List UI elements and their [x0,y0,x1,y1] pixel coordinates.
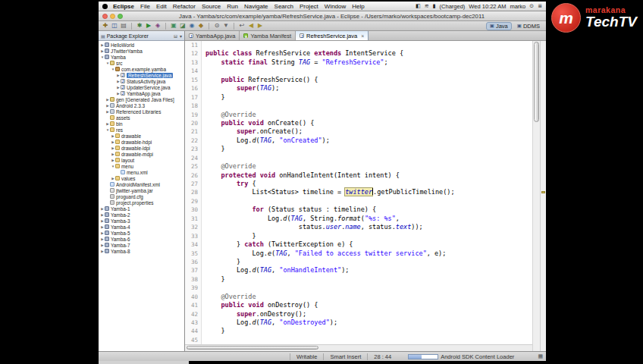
external-tools-icon[interactable]: ◈ [154,22,162,30]
menu-run[interactable]: Run [227,3,238,10]
tree-item-yamba-3[interactable]: ▶Yamba-3 [99,218,184,224]
tree-item-values[interactable]: ▶values [99,175,184,181]
tree-item-jtwitter-yamba-jar[interactable]: jtwitter-yamba.jar [99,187,184,193]
vertical-scrollbar[interactable] [532,41,540,351]
tree-item-referenced-libraries[interactable]: ▶Referenced Libraries [99,108,184,115]
tree-item-android-2-3-3[interactable]: ▶Android 2.3.3 [99,102,184,108]
notification-center-icon[interactable]: ≣ [538,3,542,9]
back-icon[interactable]: ◀ [247,22,255,30]
code-line-44[interactable]: 44 } [185,327,532,335]
minimize-window-button[interactable] [110,14,115,19]
save-icon[interactable]: ◫ [111,22,118,30]
tree-item-proguard-cfg[interactable]: proguard.cfg [99,193,184,199]
spotlight-icon[interactable]: ⊙ [529,3,534,9]
menubar-app-name[interactable]: Eclipse [113,3,134,10]
menu-window[interactable]: Window [325,3,346,10]
tree-item-yamba-2[interactable]: ▶Yamba-2 [99,212,184,218]
tree-item-statusactivity-java[interactable]: ▶JStatusActivity.java [99,78,184,84]
code-line-38[interactable]: 38 } [185,275,532,284]
tree-item-drawable[interactable]: ▶drawable [99,133,184,139]
new-wizard-icon[interactable]: ✚ [102,22,109,30]
new-class-icon[interactable]: ◉ [188,22,196,30]
perspective-ddms[interactable]: ▣DDMS [514,22,543,30]
menu-edit[interactable]: Edit [156,3,167,10]
battery-icon[interactable]: ▮ [433,3,436,9]
perspective-java[interactable]: ▣Java [486,22,512,30]
tree-item-bin[interactable]: ▶bin [99,121,184,127]
tree-item-assets[interactable]: assets [99,115,184,121]
zoom-window-button[interactable] [118,14,123,19]
tree-item-yamba-5[interactable]: ▶Yamba-5 [99,230,184,236]
annotations-icon[interactable]: ▼ [222,22,230,30]
code-line-11[interactable]: 11 [185,41,532,49]
tree-item-yamba-7[interactable]: ▶Yamba-7 [99,242,184,248]
print-icon[interactable]: ▤ [120,22,127,30]
code-line-42[interactable]: 42 super.onDestroy(); [185,310,532,318]
menu-file[interactable]: File [140,3,150,10]
code-line-20[interactable]: 20 public void onCreate() { [185,119,532,127]
tree-item-yamba-8[interactable]: ▶Yamba-8 [99,248,184,254]
code-line-27[interactable]: 27 try { [185,180,532,188]
window-titlebar[interactable]: Java - Yamba/src/com/example/yamba/Refre… [99,11,546,21]
tree-item-yamba-6[interactable]: ▶Yamba-6 [99,236,184,242]
code-line-18[interactable]: 18 [185,102,532,110]
code-line-34[interactable]: 34 } catch (TwitterException e) { [185,240,532,249]
tree-item-drawable-ldpi[interactable]: ▶drawable-ldpi [99,145,184,151]
menubar-user[interactable]: marko [510,3,525,10]
run-icon[interactable]: ▶ [145,22,152,30]
code-line-12[interactable]: 12public class RefreshService extends In… [185,49,532,58]
code-line-36[interactable]: 36 } [185,258,532,266]
tab-yambaapp-java[interactable]: JYambaApp.java [185,31,240,40]
code-line-26[interactable]: 26 protected void onHandleIntent(Intent … [185,171,532,180]
menu-search[interactable]: Search [274,3,293,10]
tree-item-jtwitteryamba[interactable]: ▶JTwitterYamba [99,48,184,54]
code-editor[interactable]: 1112public class RefreshService extends … [185,41,532,344]
code-line-15[interactable]: 15 public RefreshService() { [185,76,532,84]
tree-item-refreshservice-java[interactable]: ▶JRefreshService.java [99,72,184,78]
code-line-35[interactable]: 35 Log.e(TAG, "Failed to access twitter … [185,249,532,258]
tree-item-yamba[interactable]: ▼Yamba [99,54,184,60]
code-line-32[interactable]: 32 status.user.name, status.text)); [185,223,532,231]
code-line-37[interactable]: 37 Log.d(TAG, "onHandleIntent"); [185,266,532,275]
code-line-19[interactable]: 19 @Override [185,111,532,119]
menu-source[interactable]: Source [202,3,221,10]
code-line-23[interactable]: 23 } [185,145,532,153]
forward-icon[interactable]: ▶ [256,22,264,30]
new-android-project-icon[interactable]: ▣ [170,22,177,30]
tree-item-drawable-hdpi[interactable]: ▶drawable-hdpi [99,139,184,145]
apple-menu-icon[interactable] [102,4,108,9]
display-icon[interactable]: ◧ [416,3,421,9]
tree-item-yamba-4[interactable]: ▶Yamba-4 [99,224,184,230]
code-line-45[interactable]: 45 [185,336,532,344]
tree-item-yambaapp-java[interactable]: ▶JYambaApp.java [99,90,184,96]
tree-item-updaterservice-java[interactable]: ▶JUpdaterService.java [99,84,184,90]
tree-item-yamba-1[interactable]: ▶Yamba-1 [99,206,184,212]
view-menu-icon[interactable]: ▾ [180,33,182,39]
android-sdk-manager-icon[interactable]: ◪ [179,22,187,30]
code-line-28[interactable]: 28 List<Status> timeline = twitter.getPu… [185,188,532,196]
new-package-icon[interactable]: ◆ [197,22,205,30]
tree-item-helloworld[interactable]: ▶HelloWorld [99,42,184,48]
close-window-button[interactable] [102,14,108,19]
menu-project[interactable]: Project [300,3,318,10]
close-tab-icon[interactable]: × [361,33,364,39]
collapse-all-icon[interactable]: ⊟ [174,33,177,39]
tree-item-src[interactable]: ▼src [99,60,184,66]
tab-refreshservice-java[interactable]: JRefreshService.java× [296,31,369,40]
code-line-16[interactable]: 16 super(TAG); [185,84,532,93]
code-line-21[interactable]: 21 super.onCreate(); [185,127,532,136]
tree-item-layout[interactable]: ▶layout [99,157,184,163]
tree-item-gen-generated-java-files[interactable]: ▶gen [Generated Java Files] [99,96,184,102]
menu-refactor[interactable]: Refactor [173,3,196,10]
code-line-14[interactable]: 14 [185,67,532,75]
last-edit-location-icon[interactable]: ↩ [238,22,246,30]
code-line-22[interactable]: 22 Log.d(TAG, "onCreated"); [185,136,532,145]
tree-item-androidmanifest-xml[interactable]: AndroidManifest.xml [99,181,184,187]
tree-item-menu[interactable]: ▼menu [99,163,184,169]
occurrence-marker[interactable] [541,191,545,193]
code-line-31[interactable]: 31 Log.d(TAG, String.format("%s: %s", [185,215,532,223]
tree-item-menu-xml[interactable]: menu.xml [99,169,184,175]
menu-help[interactable]: Help [352,3,364,10]
code-line-13[interactable]: 13 static final String TAG = "RefreshSer… [185,58,532,67]
package-explorer-header[interactable]: ▤ Package Explorer ⊟ ▾ [99,31,184,41]
